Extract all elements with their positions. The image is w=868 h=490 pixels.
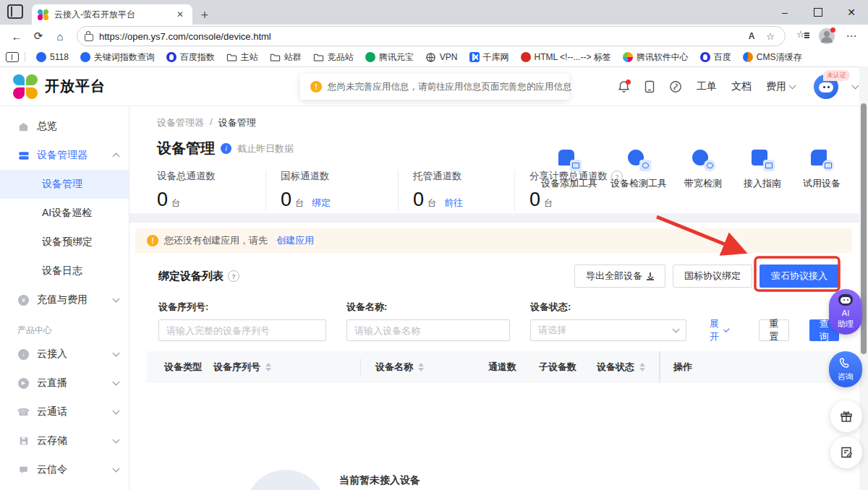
bookmarks-divider (25, 52, 25, 62)
device-name-input[interactable] (346, 319, 510, 341)
chevron-down-icon (113, 296, 120, 303)
bookmark-item[interactable]: 腾讯元宝 (360, 49, 419, 65)
info-icon: i (221, 143, 231, 154)
platform-logo[interactable] (13, 74, 38, 99)
tool-trial-device[interactable]: 试用设备 (800, 150, 843, 190)
user-avatar[interactable]: 未认证 (814, 74, 838, 99)
bookmark-item[interactable]: 腾讯软件中心 (618, 49, 694, 65)
bookmark-item[interactable]: 站群 (265, 49, 307, 65)
sort-icon[interactable] (265, 363, 271, 371)
sidebar-item-device-log[interactable]: 设备日志 (0, 257, 129, 285)
sidebar-item-recharge[interactable]: ¥ 充值与费用 (0, 285, 129, 314)
help-icon[interactable]: ? (228, 270, 239, 282)
title-note: 截止昨日数据 (237, 142, 294, 155)
sidebar-item-cloud-access[interactable]: ↓ 云接入 (0, 340, 129, 369)
sort-icon[interactable] (418, 363, 424, 371)
create-app-link[interactable]: 创建应用 (276, 234, 314, 247)
sidebar-item-ai-inspection[interactable]: AI设备巡检 (0, 199, 129, 228)
tool-device-detect[interactable]: 设备检测工具 (612, 150, 665, 190)
bind-link[interactable]: 绑定 (312, 197, 331, 210)
tab-workspaces-icon[interactable] (7, 4, 23, 19)
lock-icon (85, 34, 93, 41)
sidebar-item-device-manager[interactable]: 设备管理器 (0, 141, 129, 170)
nav-billing[interactable]: 费用 (766, 80, 795, 93)
sidebar-item-cloud-signaling[interactable]: 云信令 (0, 455, 129, 484)
window-maximize-button[interactable] (801, 0, 835, 25)
gift-button[interactable] (830, 400, 862, 432)
chevron-down-icon (113, 408, 120, 415)
compass-icon[interactable] (669, 80, 682, 93)
cloud-live-icon: ▶ (17, 377, 30, 390)
mobile-app-icon[interactable] (644, 80, 655, 93)
collections-icon[interactable] (793, 27, 812, 46)
serial-number-input[interactable] (158, 319, 326, 341)
bookmark-item[interactable]: 关键词指数查询 (75, 49, 160, 65)
address-bar[interactable]: https://open.ys7.com/console/device.html… (77, 26, 786, 46)
feedback-button[interactable] (830, 437, 862, 468)
goto-link[interactable]: 前往 (444, 197, 463, 210)
bookmark-item[interactable]: 百度 (695, 49, 736, 65)
sidebar-item-cloud-live[interactable]: ▶ 云直播 (0, 369, 129, 397)
sidebar-item-overview[interactable]: 总览 (0, 112, 129, 141)
stat-total-channels: 设备总通道数 0台 (157, 170, 265, 211)
url-text[interactable]: https://open.ys7.com/console/device.html (99, 31, 740, 42)
avatar-chevron-down-icon[interactable] (852, 82, 859, 89)
tab-close-button[interactable]: ✕ (174, 8, 187, 21)
notification-bell-icon[interactable] (618, 80, 630, 93)
favorite-star-icon[interactable]: ☆ (763, 31, 778, 42)
bookmark-item[interactable]: VPN (420, 49, 463, 65)
back-button[interactable]: ← (7, 27, 26, 46)
sidebar-toggle-icon[interactable] (6, 52, 19, 62)
window-close-button[interactable]: ✕ (835, 0, 868, 25)
col-device-status[interactable]: 设备状态 (595, 361, 659, 374)
device-status-select[interactable]: 请选择 (530, 319, 686, 341)
read-aloud-icon[interactable]: A (746, 31, 758, 41)
ai-assistant-button[interactable]: AI 助理 (829, 289, 862, 335)
sidebar-item-device-prebind[interactable]: 设备预绑定 (0, 228, 129, 257)
refresh-button[interactable]: ⟳ (29, 27, 48, 46)
breadcrumb-parent[interactable]: 设备管理器 (157, 116, 204, 129)
bookmark-keyword-index-icon (80, 52, 90, 62)
browser-tab[interactable]: 云接入-萤石开放平台 ✕ (32, 4, 192, 25)
page-scrollbar (859, 66, 868, 490)
stat-hosted-channels: 托管通道数 0台前往 (398, 170, 514, 211)
tool-device-add[interactable]: 设备添加工具 (542, 150, 596, 190)
maximize-icon (814, 8, 822, 17)
browser-tab-bar: 云接入-萤石开放平台 ✕ + – ✕ (0, 0, 868, 25)
col-serial-number[interactable]: 设备序列号 (212, 361, 360, 374)
window-minimize-button[interactable]: – (768, 0, 801, 25)
home-button[interactable]: ⌂ (51, 27, 69, 46)
app-header: 开放平台 ! 您尚未完善应用信息，请前往应用信息页面完善您的应用信息 工单 文档… (0, 67, 868, 106)
browser-menu-button[interactable]: ⋯ (842, 27, 861, 46)
cloud-access-icon: ↓ (17, 348, 30, 361)
bookmark-item[interactable]: HTML <!--...--> 标签 (516, 49, 616, 65)
col-device-name[interactable]: 设备名称 (360, 358, 487, 376)
sort-icon[interactable] (639, 363, 645, 371)
bookmark-item[interactable]: 百度指数 (161, 49, 220, 65)
expand-link[interactable]: 展开 (710, 319, 728, 341)
col-subdevice-count: 子设备数 (537, 361, 595, 374)
nav-work-order[interactable]: 工单 (697, 80, 717, 93)
export-all-devices-button[interactable]: 导出全部设备 (574, 265, 665, 288)
consult-button[interactable]: 咨询 (829, 351, 862, 387)
sidebar-item-cloud-storage[interactable]: 云存储 (0, 426, 129, 455)
bookmark-item[interactable]: 主站 (221, 49, 263, 65)
tool-bandwidth-detect[interactable]: 带宽检测 (681, 150, 725, 190)
sidebar-item-cloud-call[interactable]: ☎ 云通话 (0, 397, 129, 426)
bookmark-item[interactable]: 5118 (31, 49, 74, 65)
sidebar-item-device-management[interactable]: 设备管理 (0, 170, 129, 199)
nav-docs[interactable]: 文档 (731, 80, 752, 93)
tool-access-guide[interactable]: 接入指南 (741, 150, 784, 190)
browser-profile-avatar[interactable] (819, 28, 835, 44)
reset-button[interactable]: 重 置 (759, 319, 789, 341)
bookmark-item[interactable]: 千库网 (464, 49, 514, 65)
chevron-down-icon (673, 326, 680, 333)
gb-protocol-bind-button[interactable]: 国标协议绑定 (673, 265, 752, 288)
new-tab-button[interactable]: + (198, 9, 211, 22)
bookmark-item[interactable]: 竞品站 (308, 49, 359, 65)
chevron-down-icon (113, 350, 120, 357)
bookmark-qianku-icon (469, 52, 480, 62)
ezviz-protocol-access-button[interactable]: 萤石协议接入 (760, 265, 839, 288)
feedback-note-icon (839, 445, 854, 460)
bookmark-item[interactable]: CMS清缓存 (738, 49, 807, 65)
